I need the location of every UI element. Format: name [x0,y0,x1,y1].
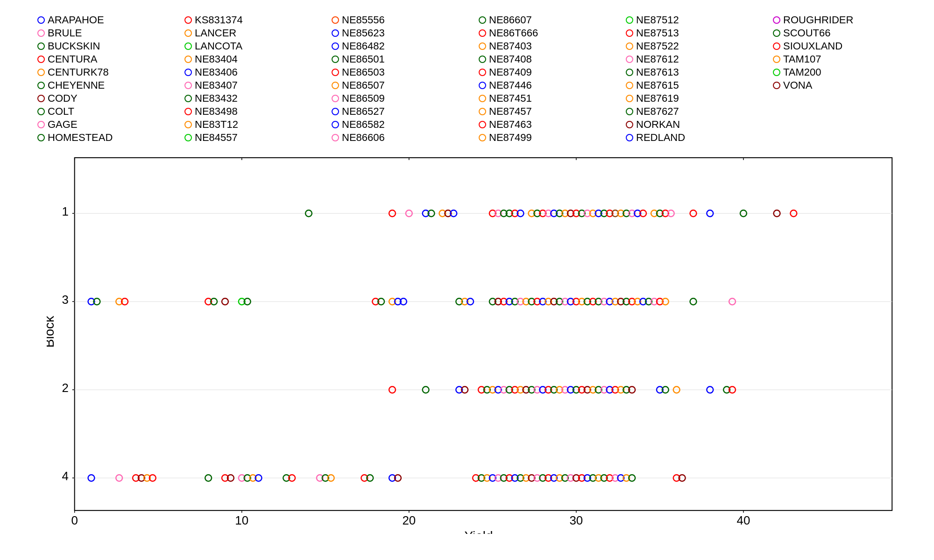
legend-dot [332,82,339,89]
legend-label: NE87512 [636,14,679,26]
legend-label: NE87463 [489,119,532,131]
legend-dot [626,121,633,128]
legend-item: NE85623 [332,27,474,39]
legend-dot [37,56,45,63]
legend-item: NE87612 [626,53,768,65]
legend-item: NE85556 [332,14,474,26]
legend-item [773,132,915,144]
legend-item: COLT [37,105,180,118]
legend-item [773,105,915,118]
legend-dot [37,108,45,115]
legend-item: NE87615 [626,79,768,91]
legend-item: REDLAND [626,132,768,144]
legend-item: NE87451 [479,92,621,105]
svg-text:2: 2 [62,381,69,394]
svg-text:40: 40 [737,514,750,527]
legend-dot [479,95,486,102]
legend-dot [479,56,486,63]
legend-dot [479,82,486,89]
legend-dot [332,95,339,102]
legend-dot [37,82,45,89]
svg-text:4: 4 [62,469,69,483]
legend-label: NE87499 [489,132,532,144]
legend-dot [332,56,339,63]
legend-dot [773,82,780,89]
legend-label: NE87409 [489,66,532,78]
legend-label: CENTURA [48,53,97,65]
legend-label: NE87408 [489,53,532,65]
legend-label: NE86482 [342,40,385,52]
legend-label: NE87513 [636,27,679,39]
plot-area: 1 3 2 4 Block 0 10 20 [47,153,911,536]
legend-dot [184,95,192,102]
legend-item: LANCER [184,27,327,39]
legend-item: ROUGHRIDER [773,14,915,26]
legend-label: NE87627 [636,105,679,118]
legend-dot [184,42,192,50]
legend-item: NE83406 [184,66,327,78]
legend-dot [626,95,633,102]
legend-dot [332,108,339,115]
scatter-plot: 1 3 2 4 Block 0 10 20 [47,153,911,534]
legend-item: GAGE [37,119,180,131]
legend-label: NE87522 [636,40,679,52]
svg-text:Yield: Yield [465,529,493,533]
legend-item: NE83407 [184,79,327,91]
legend-dot [626,42,633,50]
legend-item: TAM107 [773,53,915,65]
legend-dot [184,16,192,24]
legend-item: HOMESTEAD [37,132,180,144]
legend-label: NE87612 [636,53,679,65]
legend-label: CHEYENNE [48,79,105,91]
legend-dot [626,108,633,115]
legend-label: NE86T666 [489,27,538,39]
legend-item: NE86509 [332,92,474,105]
legend-label: NE87615 [636,79,679,91]
svg-rect-0 [75,158,892,511]
legend-label: NE87457 [489,105,532,118]
legend-label: NE86606 [342,132,385,144]
legend-item: KS831374 [184,14,327,26]
legend-label: NE86507 [342,79,385,91]
legend-label: NE83432 [195,92,238,105]
legend-item: NE87409 [479,66,621,78]
legend-item: NE87627 [626,105,768,118]
legend-dot [773,56,780,63]
svg-text:Block: Block [47,316,57,348]
legend-item: ARAPAHOE [37,14,180,26]
legend-dot [479,134,486,141]
legend-dot [626,134,633,141]
legend-item: NE87619 [626,92,768,105]
legend-item: NE84557 [184,132,327,144]
legend-label: SIOUXLAND [783,40,842,52]
legend-item: NORKAN [626,119,768,131]
legend-item: VONA [773,79,915,91]
legend-item: NE86T666 [479,27,621,39]
legend-label: COLT [48,105,74,118]
legend-dot [332,29,339,37]
legend-dot [184,108,192,115]
legend-label: NE83406 [195,66,238,78]
legend-label: NE83407 [195,79,238,91]
legend-dot [37,121,45,128]
legend-item: CODY [37,92,180,105]
legend-dot [773,69,780,76]
svg-text:0: 0 [71,514,78,527]
legend-item: NE83T12 [184,119,327,131]
legend-item: NE83498 [184,105,327,118]
legend-item: NE87457 [479,105,621,118]
legend-dot [479,29,486,37]
legend-dot [626,16,633,24]
legend-label: SCOUT66 [783,27,830,39]
legend-label: TAM200 [783,66,821,78]
legend-label: LANCER [195,27,236,39]
legend-label: NE85623 [342,27,385,39]
legend-label: BUCKSKIN [48,40,100,52]
legend-label: NE86503 [342,66,385,78]
legend-item: NE86507 [332,79,474,91]
legend-label: NE85556 [342,14,385,26]
legend-label: NE86527 [342,105,385,118]
legend-item: NE86482 [332,40,474,52]
legend-label: NE86509 [342,92,385,105]
legend-label: HOMESTEAD [48,132,113,144]
